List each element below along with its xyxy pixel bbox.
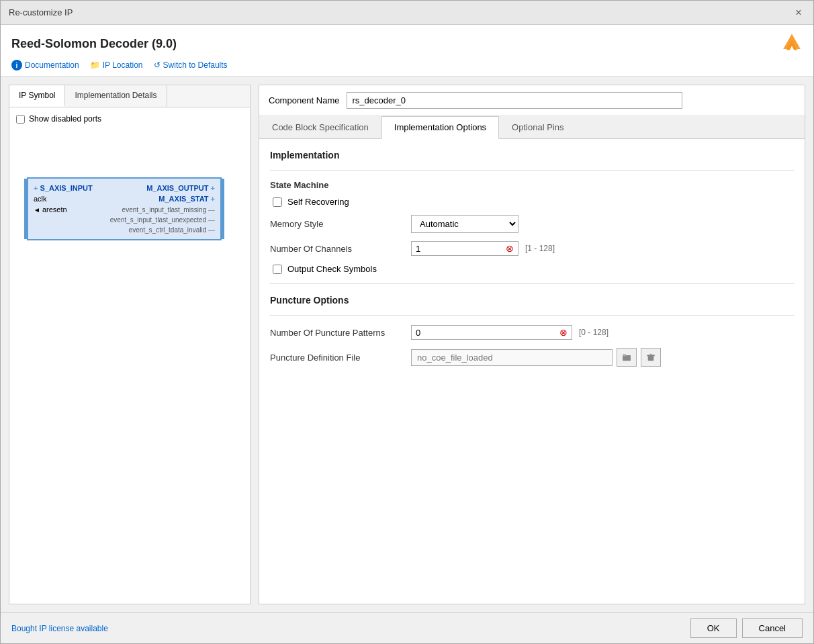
close-button[interactable]: × xyxy=(792,6,805,19)
num-channels-label: Number Of Channels xyxy=(270,244,404,254)
puncture-file-label: Puncture Definition File xyxy=(270,353,404,363)
state-machine-subsection: State Machine Self Recovering xyxy=(270,180,794,207)
section-divider-1 xyxy=(270,170,794,171)
main-window: Re-customize IP × Reed-Solomon Decoder (… xyxy=(0,0,814,644)
switch-defaults-link[interactable]: ↺ Switch to Defaults xyxy=(154,60,228,70)
documentation-label: Documentation xyxy=(25,60,79,70)
tab-impl-options[interactable]: Implementation Options xyxy=(381,116,499,139)
left-panel: IP Symbol Implementation Details Show di… xyxy=(9,85,251,604)
num-puncture-input[interactable] xyxy=(416,328,557,338)
port-event-tlast-unexpected: event_s_input_tlast_unexpected — xyxy=(110,216,215,224)
port-event-ctrl-invalid: event_s_ctrl_tdata_invalid — xyxy=(129,226,215,234)
num-puncture-clear-button[interactable]: ⊗ xyxy=(559,327,568,338)
num-channels-range: [1 - 128] xyxy=(525,244,555,253)
symbol-row-aclk-stat: aclk M_AXIS_STAT + xyxy=(28,193,220,204)
folder-icon xyxy=(623,353,631,362)
puncture-title: Puncture Options xyxy=(270,295,794,306)
ip-symbol-diagram: + S_AXIS_INPUT M_AXIS_OUTPUT + aclk M_AX… xyxy=(16,177,243,240)
tab-code-block[interactable]: Code Block Specification xyxy=(259,116,381,138)
self-recovering-label[interactable]: Self Recovering xyxy=(287,197,349,207)
port-event-tlast-missing: event_s_input_tlast_missing — xyxy=(122,206,215,214)
content-area: IP Symbol Implementation Details Show di… xyxy=(1,77,813,612)
puncture-file-row: Puncture Definition File xyxy=(270,348,794,367)
num-channels-input[interactable] xyxy=(416,244,503,254)
switch-defaults-label: Switch to Defaults xyxy=(163,60,228,70)
puncture-file-browse-button[interactable] xyxy=(617,348,637,367)
app-title-row: Reed-Solomon Decoder (9.0) xyxy=(11,33,803,54)
puncture-section: Puncture Options Number Of Puncture Patt… xyxy=(270,295,794,367)
ip-location-label: IP Location xyxy=(103,60,143,70)
memory-style-row: Memory Style Automatic Distributed Block xyxy=(270,215,794,233)
puncture-file-clear-button[interactable] xyxy=(641,348,661,367)
right-tabs: Code Block Specification Implementation … xyxy=(259,116,805,139)
symbol-row-event3: event_s_ctrl_tdata_invalid — xyxy=(28,225,220,235)
show-disabled-row: Show disabled ports xyxy=(16,114,243,124)
ok-button[interactable]: OK xyxy=(690,618,737,638)
component-name-row: Component Name xyxy=(259,85,805,116)
output-check-checkbox[interactable] xyxy=(273,265,282,274)
main-header: Reed-Solomon Decoder (9.0) i Documentati… xyxy=(1,25,813,77)
ip-location-link[interactable]: 📁 IP Location xyxy=(90,60,143,70)
show-disabled-label[interactable]: Show disabled ports xyxy=(29,114,101,124)
titlebar: Re-customize IP × xyxy=(1,1,813,25)
output-check-label[interactable]: Output Check Symbols xyxy=(287,264,377,274)
num-puncture-input-wrapper: ⊗ xyxy=(411,325,572,340)
tab-ip-symbol[interactable]: IP Symbol xyxy=(9,85,65,107)
port-aresetn: ◄ aresetn xyxy=(34,205,67,214)
cancel-button[interactable]: Cancel xyxy=(742,618,803,638)
tab-optional-pins[interactable]: Optional Pins xyxy=(499,116,576,138)
output-check-symbols-row: Output Check Symbols xyxy=(273,264,794,274)
show-disabled-checkbox[interactable] xyxy=(16,115,25,124)
self-recovering-row: Self Recovering xyxy=(273,197,794,207)
tab-implementation-details[interactable]: Implementation Details xyxy=(65,85,167,107)
right-panel: Component Name Code Block Specification … xyxy=(259,85,805,604)
section-divider-2 xyxy=(270,283,794,284)
port-m-axis-stat: M_AXIS_STAT + xyxy=(159,195,215,203)
self-recovering-checkbox[interactable] xyxy=(273,197,282,207)
num-puncture-label: Number Of Puncture Patterns xyxy=(270,328,404,338)
bottom-buttons: OK Cancel xyxy=(690,618,803,638)
num-channels-row: Number Of Channels ⊗ [1 - 128] xyxy=(270,241,794,256)
port-aclk: aclk xyxy=(34,195,47,203)
trash-icon xyxy=(647,353,655,362)
svg-rect-6 xyxy=(647,355,655,357)
section-divider-3 xyxy=(270,315,794,316)
num-channels-input-wrapper: ⊗ xyxy=(411,241,518,256)
toolbar: i Documentation 📁 IP Location ↺ Switch t… xyxy=(11,60,803,71)
memory-style-label: Memory Style xyxy=(270,219,404,229)
port-m-axis-output: M_AXIS_OUTPUT + xyxy=(146,184,215,192)
symbol-row-aresetn-event1: ◄ aresetn event_s_input_tlast_missing — xyxy=(28,204,220,215)
puncture-file-input-group xyxy=(411,348,661,367)
symbol-row-axis-input-output: + S_AXIS_INPUT M_AXIS_OUTPUT + xyxy=(28,183,220,193)
symbol-row-event2: event_s_input_tlast_unexpected — xyxy=(28,215,220,225)
component-name-input[interactable] xyxy=(347,92,682,109)
location-icon: 📁 xyxy=(90,60,100,70)
state-machine-title: State Machine xyxy=(270,180,794,190)
num-channels-clear-button[interactable]: ⊗ xyxy=(506,243,514,254)
port-s-axis-input: + S_AXIS_INPUT xyxy=(34,184,93,192)
num-puncture-range: [0 - 128] xyxy=(579,328,608,337)
memory-style-select[interactable]: Automatic Distributed Block xyxy=(411,215,518,233)
app-title-text: Reed-Solomon Decoder (9.0) xyxy=(11,37,177,51)
info-icon: i xyxy=(11,60,22,71)
documentation-link[interactable]: i Documentation xyxy=(11,60,79,71)
left-panel-content: Show disabled ports + S_AXIS_INPUT xyxy=(9,107,250,604)
window-title: Re-customize IP xyxy=(9,7,73,17)
refresh-icon: ↺ xyxy=(154,60,161,70)
implementation-section: Implementation State Machine Self Recove… xyxy=(270,150,794,274)
left-panel-tabs: IP Symbol Implementation Details xyxy=(9,85,250,107)
implementation-title: Implementation xyxy=(270,150,794,160)
right-content: Implementation State Machine Self Recove… xyxy=(259,139,805,604)
component-name-label: Component Name xyxy=(269,95,340,105)
status-text[interactable]: Bought IP license available xyxy=(11,624,108,633)
right-connector-bar xyxy=(220,179,224,239)
svg-rect-3 xyxy=(623,355,626,357)
xilinx-logo-icon xyxy=(781,33,803,54)
bottom-bar: Bought IP license available OK Cancel xyxy=(1,612,813,643)
num-puncture-row: Number Of Puncture Patterns ⊗ [0 - 128] xyxy=(270,325,794,340)
puncture-file-input[interactable] xyxy=(411,349,613,366)
